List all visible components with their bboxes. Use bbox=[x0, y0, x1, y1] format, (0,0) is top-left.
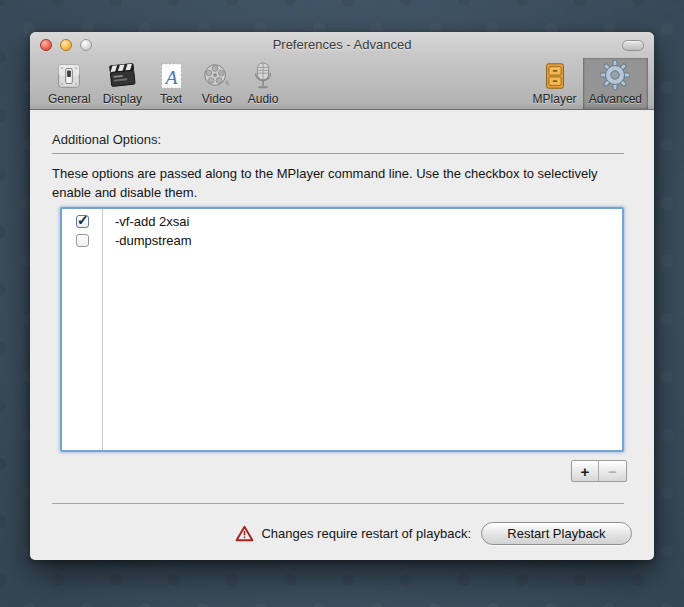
option-label[interactable]: -dumpstream bbox=[103, 233, 192, 248]
remove-option-button[interactable]: − bbox=[599, 461, 626, 481]
light-switch-icon bbox=[52, 60, 86, 91]
checkbox-cell bbox=[62, 234, 103, 247]
window-title: Preferences - Advanced bbox=[30, 37, 654, 52]
clapperboard-icon bbox=[105, 60, 139, 91]
checkbox-cell bbox=[62, 215, 103, 228]
gear-icon bbox=[598, 59, 632, 91]
options-list[interactable]: -vf-add 2xsai -dumpstream bbox=[60, 207, 624, 452]
list-rows: -vf-add 2xsai -dumpstream bbox=[62, 212, 622, 250]
restart-playback-button[interactable]: Restart Playback bbox=[481, 522, 632, 545]
option-checkbox[interactable] bbox=[76, 215, 89, 228]
text-page-icon: A bbox=[154, 60, 188, 91]
toolbar-item-text[interactable]: A Text bbox=[148, 58, 194, 109]
option-label[interactable]: -vf-add 2xsai bbox=[103, 214, 189, 229]
toolbar-item-general[interactable]: General bbox=[42, 58, 97, 109]
toolbar-item-label: Display bbox=[103, 92, 142, 106]
toolbar-item-display[interactable]: Display bbox=[97, 58, 148, 109]
svg-text:A: A bbox=[164, 65, 179, 87]
toolbar-toggle-pill-button[interactable] bbox=[622, 40, 644, 51]
option-row[interactable]: -vf-add 2xsai bbox=[62, 212, 622, 231]
window-header: Preferences - Advanced bbox=[30, 32, 654, 110]
toolbar: General bbox=[30, 58, 654, 109]
microphone-icon bbox=[246, 60, 280, 91]
toolbar-item-label: Video bbox=[202, 92, 232, 106]
footer-divider bbox=[52, 503, 624, 504]
section-divider bbox=[52, 153, 624, 154]
restart-warning-text: Changes require restart of playback: bbox=[261, 526, 471, 541]
option-checkbox[interactable] bbox=[76, 234, 89, 247]
toolbar-item-audio[interactable]: Audio bbox=[240, 58, 286, 109]
toolbar-item-mplayer[interactable]: MPlayer bbox=[527, 58, 583, 109]
toolbar-item-label: Advanced bbox=[589, 92, 642, 106]
drawer-cabinet-icon bbox=[538, 60, 572, 91]
list-edit-segmented-control: + − bbox=[571, 460, 627, 482]
option-row[interactable]: -dumpstream bbox=[62, 231, 622, 250]
toolbar-right-group: MPlayer bbox=[527, 58, 654, 109]
toolbar-item-label: MPlayer bbox=[533, 92, 577, 106]
film-reel-icon bbox=[200, 60, 234, 91]
options-description: These options are passed along to the MP… bbox=[52, 164, 608, 202]
toolbar-item-label: Text bbox=[160, 92, 182, 106]
titlebar[interactable]: Preferences - Advanced bbox=[30, 32, 654, 58]
toolbar-left-group: General bbox=[30, 58, 286, 109]
warning-triangle-icon bbox=[235, 525, 254, 542]
footer: Changes require restart of playback: Res… bbox=[30, 520, 632, 546]
toolbar-item-label: General bbox=[48, 92, 91, 106]
section-label: Additional Options: bbox=[52, 132, 161, 147]
toolbar-item-video[interactable]: Video bbox=[194, 58, 240, 109]
toolbar-item-advanced[interactable]: Advanced bbox=[583, 58, 648, 109]
add-option-button[interactable]: + bbox=[572, 461, 599, 481]
toolbar-item-label: Audio bbox=[248, 92, 279, 106]
preferences-window: Preferences - Advanced bbox=[30, 32, 654, 560]
